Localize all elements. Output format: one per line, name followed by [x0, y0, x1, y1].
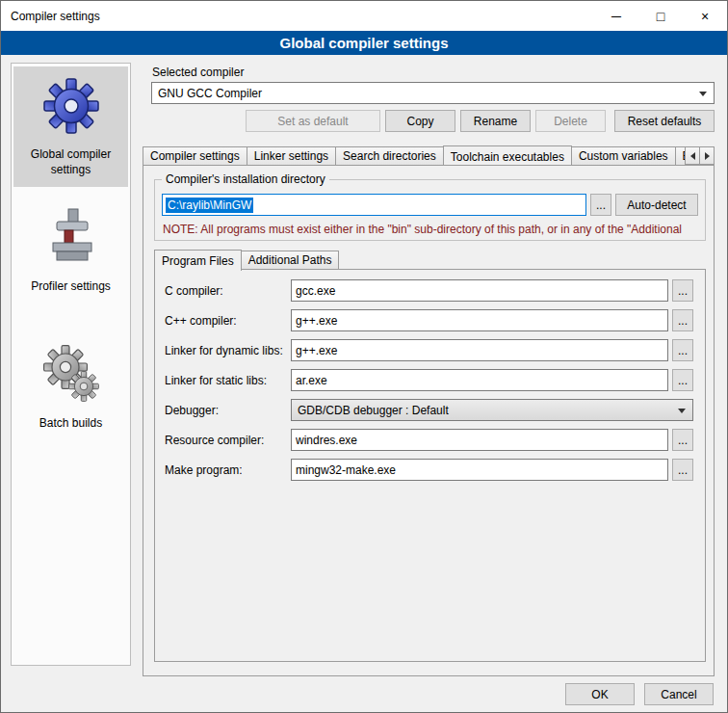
sidebar-item-label: Global compiler settings: [15, 147, 126, 177]
tab-search-directories[interactable]: Search directories: [335, 146, 444, 165]
close-button[interactable]: ×: [683, 1, 727, 31]
installation-directory-title: Compiler's installation directory: [162, 172, 329, 186]
cpp-compiler-input[interactable]: [291, 309, 668, 331]
debugger-value: GDB/CDB debugger : Default: [298, 404, 449, 417]
static-linker-row: Linker for static libs: ...: [165, 369, 693, 391]
titlebar: Compiler settings ─ □ ×: [1, 1, 727, 31]
maximize-button[interactable]: □: [638, 1, 683, 31]
cpp-compiler-browse-button[interactable]: ...: [672, 309, 693, 331]
tab-toolchain-executables[interactable]: Toolchain executables: [443, 145, 572, 165]
tab-scroll-controls: [685, 146, 715, 165]
c-compiler-browse-button[interactable]: ...: [672, 279, 693, 302]
make-program-label: Make program:: [165, 463, 291, 477]
static-linker-browse-button[interactable]: ...: [672, 369, 693, 391]
toolchain-executables-panel: Compiler's installation directory C:\ray…: [143, 165, 715, 676]
rename-button[interactable]: Rename: [460, 110, 531, 132]
arrow-left-icon: [690, 152, 695, 160]
chevron-down-icon: [699, 92, 707, 96]
debugger-combobox[interactable]: GDB/CDB debugger : Default: [291, 399, 693, 421]
minimize-button[interactable]: ─: [594, 1, 638, 31]
selected-compiler-combobox[interactable]: GNU GCC Compiler: [151, 82, 715, 104]
subtab-program-files[interactable]: Program Files: [154, 250, 242, 271]
ok-button[interactable]: OK: [565, 683, 635, 705]
debugger-row: Debugger: GDB/CDB debugger : Default: [165, 399, 693, 421]
window-controls: ─ □ ×: [594, 1, 727, 31]
gray-gears-icon: [40, 343, 102, 405]
window-title: Compiler settings: [11, 10, 100, 23]
make-program-row: Make program: ...: [165, 459, 693, 481]
installation-directory-groupbox: Compiler's installation directory C:\ray…: [154, 179, 706, 241]
tab-scroll-right-button[interactable]: [699, 146, 715, 165]
dynamic-linker-label: Linker for dynamic libs:: [165, 344, 291, 357]
maximize-icon: □: [657, 9, 664, 24]
resource-compiler-label: Resource compiler:: [165, 434, 291, 447]
delete-button[interactable]: Delete: [535, 110, 606, 132]
tab-compiler-settings[interactable]: Compiler settings: [143, 146, 247, 165]
settings-category-sidebar: Global compiler settings Profiler settin…: [11, 63, 131, 666]
make-program-browse-button[interactable]: ...: [672, 459, 693, 481]
c-compiler-row: C compiler: ...: [165, 279, 693, 302]
cancel-button[interactable]: Cancel: [644, 683, 714, 705]
installation-directory-browse-button[interactable]: ...: [590, 194, 611, 216]
resource-compiler-browse-button[interactable]: ...: [672, 429, 693, 451]
sidebar-item-label: Batch builds: [39, 416, 102, 432]
auto-detect-button[interactable]: Auto-detect: [615, 194, 698, 216]
chevron-down-icon: [678, 409, 686, 413]
cpp-compiler-row: C++ compiler: ...: [165, 309, 693, 331]
minimize-icon: ─: [611, 9, 621, 24]
installation-directory-input[interactable]: C:\raylib\MinGW: [162, 194, 586, 216]
dynamic-linker-browse-button[interactable]: ...: [672, 339, 693, 361]
cpp-compiler-label: C++ compiler:: [165, 314, 291, 328]
c-compiler-input[interactable]: [291, 279, 668, 302]
reset-defaults-button[interactable]: Reset defaults: [614, 110, 715, 132]
installation-directory-row: C:\raylib\MinGW ... Auto-detect: [162, 194, 698, 216]
sidebar-item-batch-builds[interactable]: Batch builds: [13, 335, 128, 441]
resource-compiler-row: Resource compiler: ...: [165, 429, 693, 451]
close-icon: ×: [701, 9, 709, 24]
profiler-icon: [40, 206, 102, 268]
subtab-additional-paths[interactable]: Additional Paths: [241, 251, 340, 269]
installation-directory-value: C:\raylib\MinGW: [166, 198, 253, 213]
sidebar-item-label: Profiler settings: [31, 279, 111, 295]
program-files-panel: C compiler: ... C++ compiler: ... Linker…: [154, 269, 706, 662]
arrow-right-icon: [705, 152, 710, 160]
programs-subtabstrip: Program Files Additional Paths: [154, 249, 338, 269]
copy-button[interactable]: Copy: [385, 110, 455, 132]
blue-gear-icon: [40, 74, 102, 136]
page-title: Global compiler settings: [1, 31, 727, 55]
tab-scroll-left-button[interactable]: [685, 146, 700, 165]
dynamic-linker-input[interactable]: [291, 339, 668, 361]
set-as-default-button[interactable]: Set as default: [246, 110, 380, 132]
settings-tabstrip: Compiler settings Linker settings Search…: [143, 145, 715, 165]
compiler-settings-dialog: Compiler settings ─ □ × Global compiler …: [0, 0, 728, 713]
dynamic-linker-row: Linker for dynamic libs: ...: [165, 339, 693, 361]
tab-linker-settings[interactable]: Linker settings: [247, 146, 336, 165]
debugger-label: Debugger:: [165, 404, 291, 417]
selected-compiler-value: GNU GCC Compiler: [158, 87, 262, 100]
static-linker-input[interactable]: [291, 369, 668, 391]
sidebar-item-profiler-settings[interactable]: Profiler settings: [13, 198, 128, 304]
tab-custom-variables[interactable]: Custom variables: [571, 146, 676, 165]
compiler-actions: Set as default Copy Rename Delete Reset …: [151, 110, 715, 132]
note-text: NOTE: All programs must exist either in …: [163, 223, 703, 236]
sidebar-item-global-compiler-settings[interactable]: Global compiler settings: [13, 66, 128, 187]
make-program-input[interactable]: [291, 459, 668, 481]
selected-compiler-label: Selected compiler: [152, 66, 244, 79]
c-compiler-label: C compiler:: [165, 284, 291, 298]
resource-compiler-input[interactable]: [291, 429, 668, 451]
static-linker-label: Linker for static libs:: [165, 374, 291, 387]
